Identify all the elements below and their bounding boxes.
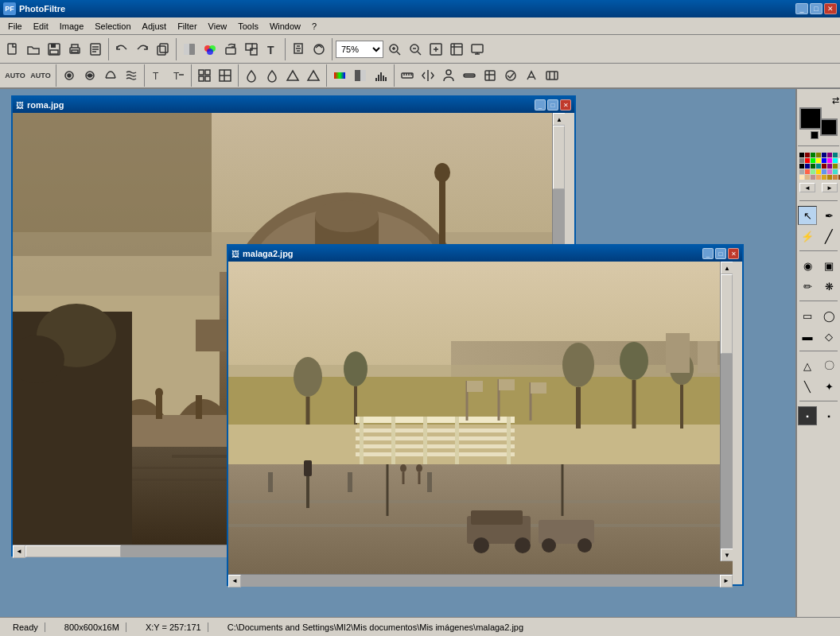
palette-color[interactable] [799,153,804,157]
menu-file[interactable]: File [3,20,27,33]
palette-color[interactable] [833,164,838,169]
fit2-button[interactable] [447,40,466,59]
extra2[interactable] [480,66,500,85]
triangle-tool[interactable]: △ [798,356,817,375]
tri2[interactable] [304,66,323,85]
menu-adjust[interactable]: Adjust [138,20,172,33]
copy-button[interactable] [154,40,173,59]
spray-tool[interactable]: ✦ [819,377,838,396]
palette-color[interactable] [811,175,815,180]
menu-window[interactable]: Window [265,20,305,33]
ruler-button[interactable] [398,66,417,85]
palette-color[interactable] [805,158,810,163]
line-tool[interactable]: ╲ [798,377,817,396]
foreground-color[interactable] [799,107,822,130]
filter2[interactable] [309,40,329,59]
resize-button[interactable] [242,40,261,59]
gradient-tool[interactable]: ▣ [819,256,838,275]
malaga-hscroll[interactable]: ◄ ► [228,574,733,587]
effect4[interactable] [122,66,141,85]
undo-button[interactable] [112,40,131,59]
palette-color[interactable] [805,169,810,174]
print-button[interactable] [65,40,84,59]
roma-maximize[interactable]: □ [547,99,558,111]
extra1[interactable] [460,66,479,85]
tri1[interactable] [283,66,302,85]
open-button[interactable] [24,40,43,59]
roma-close[interactable]: ✕ [560,99,571,111]
water-drop[interactable] [242,66,261,85]
extra3[interactable] [501,66,520,85]
zoom-select[interactable]: 25%50%75%100%150%200% [336,41,383,58]
menu-filter[interactable]: Filter [173,20,201,33]
fill-tool[interactable]: ◉ [798,256,817,275]
mode2-tool[interactable]: ▪ [819,406,838,425]
palette-color[interactable] [811,153,815,157]
palette-color[interactable] [805,164,810,169]
rect-select-tool[interactable]: ▭ [798,306,817,325]
palette-color[interactable] [827,153,832,157]
rotate-button[interactable] [221,40,240,59]
mirror-button[interactable] [418,66,438,85]
palette-color[interactable] [811,164,815,169]
save-button[interactable] [45,40,64,59]
malaga-close[interactable]: ✕ [728,248,739,259]
close-button[interactable]: ✕ [824,3,837,14]
palette-color[interactable] [799,175,804,180]
palette-left-button[interactable]: ◄ [799,183,815,192]
water-drop2[interactable] [262,66,282,85]
palette-color[interactable] [811,169,815,174]
palette-color[interactable] [816,158,821,163]
lasso-tool[interactable]: 〇 [819,356,838,375]
menu-edit[interactable]: Edit [29,20,53,33]
diamond-tool[interactable]: ◇ [819,327,838,346]
hue-button[interactable] [330,66,349,85]
palette-color[interactable] [827,175,832,180]
background-color[interactable] [820,118,838,136]
effect3[interactable] [101,66,120,85]
zoom-out-button[interactable] [406,40,425,59]
palette-color[interactable] [822,169,826,174]
airbrush-tool[interactable]: ❋ [819,277,838,296]
palette-color[interactable] [822,158,826,163]
effect1[interactable] [60,66,79,85]
extra5[interactable] [542,66,562,85]
palette-color[interactable] [822,175,826,180]
malaga-titlebar[interactable]: 🖼 malaga2.jpg _ □ ✕ [228,246,742,262]
palette-color[interactable] [816,169,821,174]
menu-image[interactable]: Image [55,20,89,33]
minimize-button[interactable]: _ [795,3,808,14]
menu-view[interactable]: View [204,20,232,33]
auto-contrast[interactable]: AUTO [29,66,52,85]
palette-color[interactable] [799,158,804,163]
grayscale-button[interactable] [180,40,199,59]
malaga-minimize[interactable]: _ [702,248,714,259]
malaga-maximize[interactable]: □ [715,248,726,259]
palette-color[interactable] [816,164,821,169]
color-mode[interactable] [351,66,370,85]
menu-tools[interactable]: Tools [233,20,263,33]
palette-color[interactable] [833,169,838,174]
palette-color[interactable] [799,169,804,174]
palette-right-button[interactable]: ► [822,183,838,192]
histogram[interactable] [371,66,391,85]
malaga-vscroll[interactable]: ▲ ▼ [720,262,733,561]
maximize-button[interactable]: □ [810,3,822,14]
filter-apply[interactable] [289,40,308,59]
redo-button[interactable] [133,40,152,59]
print2-button[interactable] [86,40,105,59]
grid2-button[interactable] [216,66,235,85]
palette-color[interactable] [833,153,838,157]
roma-minimize[interactable]: _ [535,99,546,111]
fit-button[interactable] [426,40,445,59]
palette-color[interactable] [833,175,838,180]
auto-levels[interactable]: AUTO [3,66,27,85]
palette-color[interactable] [827,169,832,174]
palette-color[interactable] [816,175,821,180]
palette-color[interactable] [822,153,826,157]
ellipse-select-tool[interactable]: ◯ [819,306,838,325]
palette-color[interactable] [805,175,810,180]
figure-button[interactable] [439,66,458,85]
type-tool2[interactable]: T [169,66,188,85]
palette-color[interactable] [822,164,826,169]
